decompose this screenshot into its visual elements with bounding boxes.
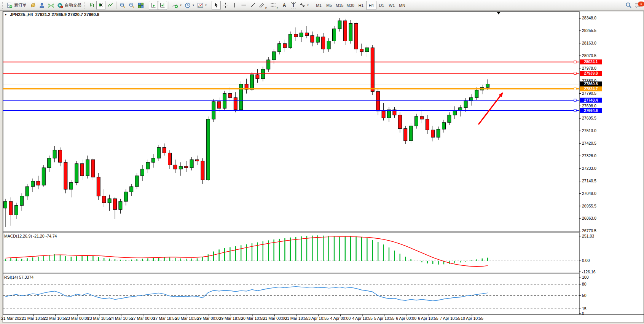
arrows-tool-button[interactable]: ▾ [298, 1, 310, 10]
tile-windows-icon [138, 2, 144, 8]
crosshair-tool-button[interactable] [221, 1, 230, 10]
auto-scroll-button[interactable] [149, 1, 158, 10]
search-button[interactable] [624, 1, 633, 10]
candle-up [333, 29, 336, 41]
new-order-button[interactable]: 新订单 [5, 1, 28, 10]
text-label-tool-button[interactable]: T [289, 1, 298, 10]
trendline-icon [250, 2, 256, 8]
toolbar-separator [210, 2, 210, 9]
tile-windows-button[interactable] [136, 1, 145, 10]
candle-up [289, 34, 292, 48]
candle-up [86, 160, 89, 176]
community-button[interactable] [37, 1, 46, 10]
candle-down [201, 161, 204, 180]
auto-scroll-icon [150, 2, 156, 8]
bar-chart-button[interactable] [87, 1, 96, 10]
svg-text:15: 15 [582, 306, 587, 311]
timeframe-w1-button[interactable]: W1 [387, 1, 397, 10]
rsi-name: RSI(14) [4, 275, 18, 279]
line-chart-button[interactable] [105, 1, 115, 10]
signals-button[interactable] [46, 1, 56, 10]
timeframe-label: M5 [326, 3, 332, 8]
zoom-out-button[interactable] [127, 1, 136, 10]
equidistant-channel-tool-button[interactable]: E [257, 1, 269, 10]
zoom-in-button[interactable] [118, 1, 127, 10]
timeframe-label: W1 [389, 3, 395, 8]
candle-down [283, 44, 287, 48]
templates-button[interactable]: ▾ [196, 1, 208, 10]
svg-text:27860.8: 27860.8 [584, 82, 598, 86]
svg-text:0.00: 0.00 [582, 258, 590, 263]
svg-text:27664.6: 27664.6 [584, 109, 598, 113]
svg-text:27740.4: 27740.4 [584, 98, 598, 102]
deposit-button[interactable] [28, 1, 37, 10]
toolbar-grip[interactable] [2, 2, 4, 9]
svg-text:26955.5: 26955.5 [582, 204, 596, 208]
toolbar-grip[interactable] [84, 2, 86, 9]
cursor-icon [214, 2, 219, 8]
candle-up [365, 48, 369, 52]
periods-button[interactable]: ▾ [183, 1, 196, 10]
candle-down [9, 201, 13, 215]
candle-up [146, 162, 150, 169]
svg-text:-126.16: -126.16 [582, 270, 596, 274]
candle-up [261, 69, 265, 79]
text-tool-button[interactable]: A [280, 1, 289, 10]
candle-up [53, 150, 56, 158]
deposit-icon [30, 2, 36, 8]
candle-up [48, 158, 51, 168]
toolbar-separator [169, 2, 169, 9]
chart-shift-button[interactable] [158, 1, 167, 10]
toolbar-separator [116, 2, 116, 9]
svg-text:27790.5: 27790.5 [582, 91, 596, 96]
algo-trading-button[interactable]: 自动交易 [56, 1, 83, 10]
candle-down [102, 196, 106, 203]
vertical-line-tool-button[interactable] [230, 1, 239, 10]
zoom-in-icon [120, 2, 126, 8]
candle-chart-button[interactable] [96, 1, 105, 10]
timeframe-d1-button[interactable]: D1 [376, 1, 387, 10]
chart-canvas[interactable]: 28348.028255.528163.028070.527978.027883… [0, 0, 644, 324]
timeframe-label: H1 [359, 3, 363, 8]
timeframe-m5-button[interactable]: M5 [324, 1, 334, 10]
candle-chart-icon [98, 2, 104, 8]
candle-up [31, 181, 35, 187]
chart-title: ▼ JPN225-,H4 27821.2 27865.9 27820.7 278… [4, 12, 99, 17]
timeframe-h4-button[interactable]: H4 [366, 1, 376, 10]
svg-text:28255.5: 28255.5 [582, 28, 596, 33]
candle-down [113, 199, 117, 209]
timeframe-h1-button[interactable]: H1 [356, 1, 366, 10]
candle-down [354, 23, 358, 49]
candle-up [475, 90, 478, 97]
candle-down [311, 35, 314, 42]
line-chart-icon [107, 2, 113, 8]
candle-down [343, 21, 347, 41]
svg-text:6 Apr 18:55: 6 Apr 18:55 [418, 316, 438, 321]
candle-down [371, 48, 374, 91]
algo-trading-label: 自动交易 [65, 2, 81, 8]
notifications-button[interactable]: 1 [633, 1, 643, 10]
svg-text:3 Apr 10:55: 3 Apr 10:55 [308, 316, 329, 321]
trendline-tool-button[interactable] [248, 1, 257, 10]
channel-icon [259, 2, 265, 8]
timeframe-mn-button[interactable]: MN [397, 1, 407, 10]
search-icon [625, 2, 632, 8]
timeframe-label: M1 [316, 3, 322, 8]
cursor-tool-button[interactable] [212, 1, 221, 10]
timeframe-m30-button[interactable]: M30 [345, 1, 355, 10]
chevron-down-icon: ▾ [307, 3, 309, 7]
indicators-button[interactable]: ▾ [171, 1, 183, 10]
candle-up [75, 164, 78, 183]
candle-up [119, 201, 122, 209]
fibonacci-tool-button[interactable]: F [269, 1, 280, 10]
timeframe-m1-button[interactable]: M1 [314, 1, 324, 10]
svg-text:27513.0: 27513.0 [582, 128, 596, 133]
candle-down [228, 94, 232, 98]
svg-text:27 Mar 00:00: 27 Mar 00:00 [131, 316, 155, 321]
horizontal-line-tool-button[interactable] [239, 1, 248, 10]
macd-indicator-label: MACD(12,26,9) -21.20 -74.74 [4, 234, 57, 238]
chevron-down-icon: ▾ [193, 3, 194, 7]
candle-up [26, 187, 29, 196]
timeframe-m15-button[interactable]: M15 [334, 1, 345, 10]
candle-up [448, 115, 451, 122]
